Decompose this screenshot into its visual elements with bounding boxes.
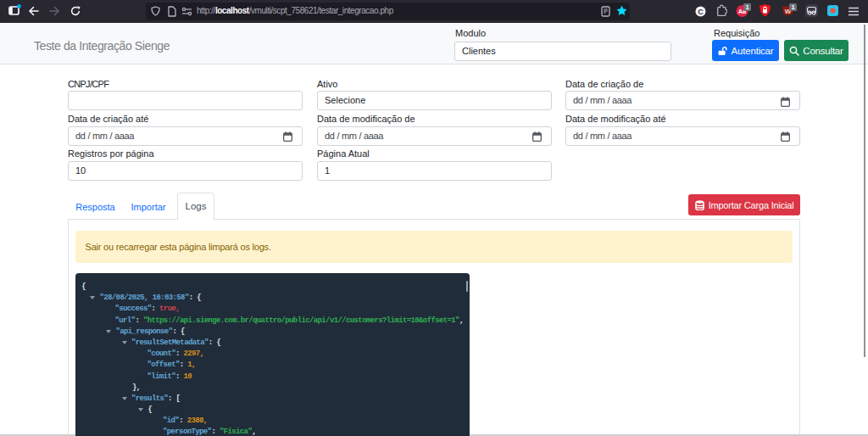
svg-text:C: C xyxy=(698,8,704,16)
svg-text:1: 1 xyxy=(791,3,794,11)
svg-text:1: 1 xyxy=(745,3,748,11)
